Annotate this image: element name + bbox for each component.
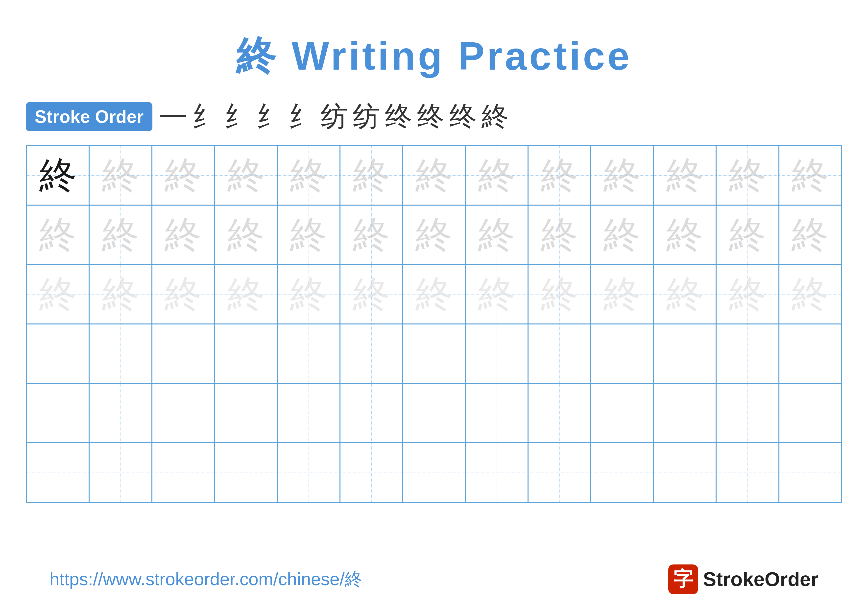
char-lighter: 終 <box>603 276 641 313</box>
char-lighter: 終 <box>227 276 265 313</box>
grid-cell-5-10[interactable] <box>591 383 654 443</box>
grid-cell-6-12[interactable] <box>716 443 779 502</box>
grid-cell-2-6: 終 <box>340 205 403 264</box>
grid-cell-4-11[interactable] <box>654 324 716 383</box>
grid-cell-3-13: 終 <box>779 264 842 324</box>
grid-cell-5-3[interactable] <box>152 383 214 443</box>
grid-cell-4-9[interactable] <box>528 324 591 383</box>
char-light: 終 <box>290 157 327 194</box>
grid-cell-2-7: 終 <box>403 205 465 264</box>
char-light: 終 <box>227 216 265 253</box>
grid-cell-2-3: 終 <box>152 205 214 264</box>
grid-cell-2-1: 終 <box>26 205 89 264</box>
grid-cell-4-4[interactable] <box>214 324 277 383</box>
grid-cell-1-9: 終 <box>528 146 591 205</box>
grid-cell-1-8: 終 <box>465 146 528 205</box>
grid-cell-6-2[interactable] <box>89 443 152 502</box>
grid-row-4 <box>26 324 842 383</box>
char-light: 終 <box>541 216 578 253</box>
grid-cell-5-1[interactable] <box>26 383 89 443</box>
grid-cell-2-10: 終 <box>591 205 654 264</box>
char-light: 終 <box>353 216 390 253</box>
grid-cell-5-2[interactable] <box>89 383 152 443</box>
grid-row-2: 終 終 終 終 終 終 終 終 終 <box>26 205 842 264</box>
grid-cell-5-4[interactable] <box>214 383 277 443</box>
grid-cell-4-5[interactable] <box>277 324 340 383</box>
grid-cell-2-12: 終 <box>716 205 779 264</box>
grid-cell-6-5[interactable] <box>277 443 340 502</box>
grid-row-5 <box>26 383 842 443</box>
grid-cell-4-2[interactable] <box>89 324 152 383</box>
char-lighter: 終 <box>478 276 515 313</box>
stroke-step-4: 纟 <box>256 98 284 135</box>
grid-cell-3-7: 終 <box>403 264 465 324</box>
grid-cell-4-6[interactable] <box>340 324 403 383</box>
char-light: 終 <box>164 157 202 194</box>
char-light: 終 <box>290 216 327 253</box>
grid-cell-4-1[interactable] <box>26 324 89 383</box>
grid-cell-6-4[interactable] <box>214 443 277 502</box>
grid-cell-4-12[interactable] <box>716 324 779 383</box>
grid-cell-3-5: 終 <box>277 264 340 324</box>
grid-cell-5-13[interactable] <box>779 383 842 443</box>
grid-cell-6-6[interactable] <box>340 443 403 502</box>
grid-cell-4-8[interactable] <box>465 324 528 383</box>
grid-cell-6-9[interactable] <box>528 443 591 502</box>
footer: https://www.strokeorder.com/chinese/終 字 … <box>0 564 868 594</box>
grid-cell-5-11[interactable] <box>654 383 716 443</box>
stroke-order-badge: Stroke Order <box>26 102 152 131</box>
grid-cell-5-6[interactable] <box>340 383 403 443</box>
grid-row-3: 終 終 終 終 終 終 終 終 終 <box>26 264 842 324</box>
grid-cell-1-10: 終 <box>591 146 654 205</box>
char-lighter: 終 <box>415 276 453 313</box>
grid-cell-6-7[interactable] <box>403 443 465 502</box>
writing-grid: 終 終 終 終 終 終 終 終 終 <box>26 145 842 503</box>
grid-cell-3-8: 終 <box>465 264 528 324</box>
grid-cell-5-7[interactable] <box>403 383 465 443</box>
grid-cell-2-8: 終 <box>465 205 528 264</box>
grid-cell-5-9[interactable] <box>528 383 591 443</box>
char-light: 終 <box>603 216 641 253</box>
grid-cell-3-3: 終 <box>152 264 214 324</box>
grid-cell-6-8[interactable] <box>465 443 528 502</box>
char-lighter: 終 <box>666 276 704 313</box>
grid-cell-1-3: 終 <box>152 146 214 205</box>
grid-row-6 <box>26 443 842 502</box>
stroke-step-2: 纟 <box>192 98 219 135</box>
grid-cell-4-3[interactable] <box>152 324 214 383</box>
char-light: 終 <box>666 157 704 194</box>
stroke-steps: ㇐ 纟 纟 纟 纟 纺 纺 终 终 终 終 <box>160 98 509 135</box>
char-light: 終 <box>102 216 139 253</box>
grid-cell-5-5[interactable] <box>277 383 340 443</box>
char-light: 終 <box>227 157 265 194</box>
char-lighter: 終 <box>164 276 202 313</box>
grid-cell-1-2: 終 <box>89 146 152 205</box>
grid-cell-1-7: 終 <box>403 146 465 205</box>
char-lighter: 終 <box>541 276 578 313</box>
grid-cell-4-13[interactable] <box>779 324 842 383</box>
grid-cell-5-12[interactable] <box>716 383 779 443</box>
grid-cell-3-4: 終 <box>214 264 277 324</box>
grid-cell-6-3[interactable] <box>152 443 214 502</box>
stroke-step-9: 终 <box>417 98 444 135</box>
char-light: 終 <box>164 216 202 253</box>
grid-cell-6-1[interactable] <box>26 443 89 502</box>
grid-cell-6-10[interactable] <box>591 443 654 502</box>
char-lighter: 終 <box>792 276 829 313</box>
page-title: 終 Writing Practice <box>236 30 632 83</box>
footer-url[interactable]: https://www.strokeorder.com/chinese/終 <box>50 567 363 591</box>
page: 終 Writing Practice Stroke Order ㇐ 纟 纟 纟 … <box>0 0 868 614</box>
char-light: 終 <box>541 157 578 194</box>
char-light: 終 <box>353 157 390 194</box>
stroke-step-7: 纺 <box>353 98 380 135</box>
grid-cell-2-11: 終 <box>654 205 716 264</box>
char-lighter: 終 <box>353 276 390 313</box>
grid-cell-1-4: 終 <box>214 146 277 205</box>
grid-cell-4-10[interactable] <box>591 324 654 383</box>
stroke-step-8: 终 <box>385 98 412 135</box>
grid-cell-6-11[interactable] <box>654 443 716 502</box>
grid-cell-4-7[interactable] <box>403 324 465 383</box>
grid-cell-6-13[interactable] <box>779 443 842 502</box>
grid-cell-1-12: 終 <box>716 146 779 205</box>
grid-cell-5-8[interactable] <box>465 383 528 443</box>
